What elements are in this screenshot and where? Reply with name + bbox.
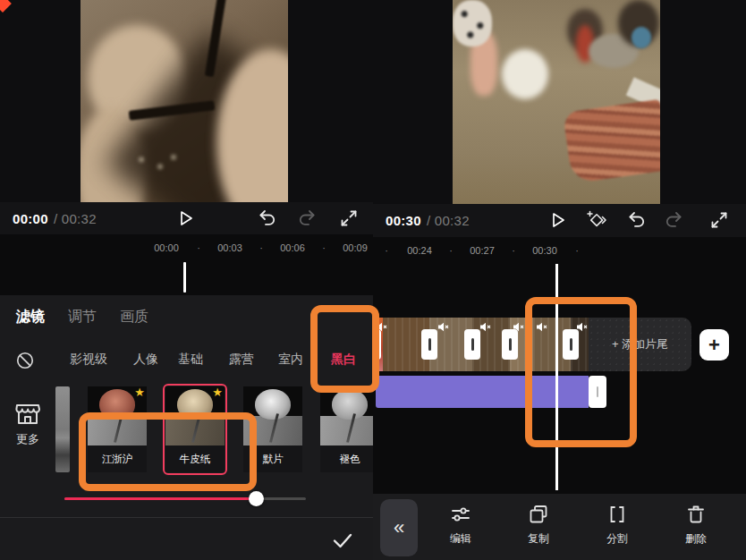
- filter-intensity-slider[interactable]: [64, 497, 306, 500]
- play-button[interactable]: [174, 208, 196, 229]
- store-icon[interactable]: [13, 401, 42, 428]
- ruler-label: 00:03: [217, 242, 242, 253]
- video-frame-hands: [81, 0, 288, 202]
- ruler-dot: ·: [575, 245, 579, 256]
- category-portrait[interactable]: 人像: [133, 352, 158, 368]
- category-indoor[interactable]: 室内: [278, 352, 303, 368]
- undo-icon[interactable]: [626, 209, 648, 231]
- clip-toolbar: « 编辑 复制 分割: [373, 494, 746, 560]
- tool-copy[interactable]: 复制: [510, 503, 567, 547]
- timecode-current: 00:00: [13, 211, 48, 226]
- app-stage: 00:00 / 00:32 00:00 ·: [0, 0, 746, 560]
- video-preview-left[interactable]: [0, 0, 373, 204]
- tool-label: 编辑: [432, 531, 489, 547]
- tool-label: 删除: [667, 531, 725, 547]
- category-cinematic[interactable]: 影视级: [70, 352, 107, 368]
- transport-bar-right: 00:30 / 00:32: [373, 204, 746, 237]
- ruler-label: 00:00: [154, 242, 179, 253]
- muted-audio-icon: [479, 319, 492, 329]
- video-frame-digging: [453, 0, 660, 204]
- tab-adjust[interactable]: 调节: [68, 308, 97, 327]
- timecode-right: 00:30 / 00:32: [386, 204, 470, 236]
- brick-pile: [563, 99, 660, 184]
- ruler-label: 00:27: [470, 245, 495, 256]
- timecode-total: / 00:32: [54, 211, 97, 226]
- muted-audio-icon: [437, 319, 450, 329]
- more-label[interactable]: 更多: [12, 431, 44, 447]
- figure-polkadot: [453, 0, 492, 47]
- undo-icon[interactable]: [257, 208, 278, 229]
- fullscreen-icon[interactable]: [708, 209, 730, 231]
- slider-handle[interactable]: [249, 491, 264, 506]
- filter-card-tuise[interactable]: 褪色: [320, 386, 373, 472]
- clip-trim-handle[interactable]: [502, 329, 518, 360]
- clip-trim-handle[interactable]: [421, 329, 437, 360]
- collapse-toolbar-button[interactable]: «: [380, 499, 418, 556]
- clip-trim-handle[interactable]: [464, 329, 480, 360]
- ruler-dot: ·: [512, 245, 515, 256]
- vip-star-icon: ★: [212, 386, 223, 399]
- timeline-ruler-left[interactable]: 00:00 · 00:03 · 00:06 · 00:09: [0, 240, 373, 258]
- tool-label: 复制: [510, 531, 567, 547]
- filter-tabs: 滤镜 调节 画质: [0, 304, 148, 329]
- divider: [0, 517, 373, 518]
- filter-name: 褪色: [320, 445, 373, 472]
- redo-icon[interactable]: [296, 208, 318, 229]
- timecode-total: / 00:32: [427, 213, 470, 228]
- figure-white: [502, 49, 548, 99]
- tab-filters[interactable]: 滤镜: [16, 308, 45, 327]
- ruler-dot: ·: [322, 242, 326, 253]
- muted-audio-icon: [513, 319, 525, 329]
- timecode-left: 00:00 / 00:32: [13, 202, 97, 234]
- tool-edit[interactable]: 编辑: [432, 503, 489, 547]
- tab-quality[interactable]: 画质: [120, 308, 148, 327]
- annotation-box-filters: [79, 412, 257, 491]
- editor-panel-right: 00:30 / 00:32: [373, 0, 746, 560]
- playhead-left[interactable]: [183, 262, 186, 293]
- video-preview-right[interactable]: [373, 0, 746, 204]
- add-keyframe-icon[interactable]: [586, 209, 607, 231]
- annotation-box-blackwhite: [310, 305, 379, 393]
- category-camping[interactable]: 露营: [229, 352, 254, 368]
- shavings: [131, 150, 184, 174]
- ruler-dot: ·: [385, 245, 388, 256]
- timecode-current: 00:30: [386, 213, 421, 228]
- tool-split[interactable]: 分割: [589, 503, 646, 547]
- fullscreen-icon[interactable]: [338, 208, 360, 229]
- transport-bar-left: 00:00 / 00:32: [0, 202, 373, 234]
- ruler-label: 00:06: [280, 242, 305, 253]
- ruler-dot: ·: [197, 242, 200, 253]
- original-thumb-edge[interactable]: [55, 386, 70, 472]
- blue-bucket: [632, 27, 651, 48]
- slider-fill: [64, 497, 257, 500]
- redo-icon[interactable]: [663, 209, 684, 231]
- ruler-label: 00:09: [343, 242, 368, 253]
- add-clip-button[interactable]: +: [699, 329, 729, 361]
- annotation-box-playhead: [525, 297, 637, 447]
- timeline-ruler-right[interactable]: · 00:24 · 00:27 · 00:30 ·: [373, 242, 746, 260]
- confirm-check-button[interactable]: [330, 529, 355, 552]
- tool-delete[interactable]: 删除: [667, 503, 725, 547]
- ruler-dot: ·: [449, 245, 453, 256]
- vip-star-icon: ★: [134, 386, 145, 399]
- ruler-label: 00:24: [407, 245, 432, 256]
- ruler-dot: ·: [259, 242, 263, 253]
- filter-thumb: [320, 386, 373, 445]
- play-button[interactable]: [547, 209, 568, 231]
- category-basic[interactable]: 基础: [178, 352, 203, 368]
- tool-label: 分割: [589, 531, 646, 547]
- ruler-label: 00:30: [532, 245, 557, 256]
